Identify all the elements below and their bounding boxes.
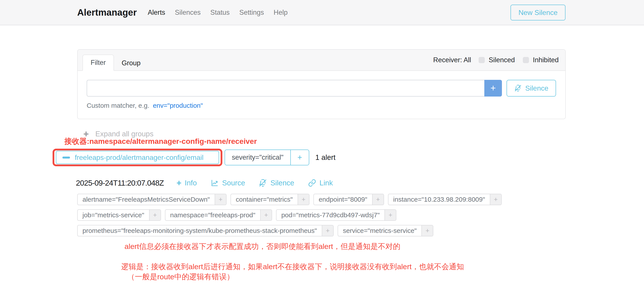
alert-action-source[interactable]: Source xyxy=(210,179,245,187)
nav-item-settings[interactable]: Settings xyxy=(239,8,264,16)
silence-button-label: Silence xyxy=(525,84,548,92)
page: Alertmanager AlertsSilencesStatusSetting… xyxy=(0,0,644,296)
label-chip-text: pod="metrics-77d9cdb497-wdsj7" xyxy=(276,210,384,220)
label-chip: container="metrics"+ xyxy=(230,194,310,205)
checkbox-label: Silenced xyxy=(489,56,515,64)
alert-action-silence[interactable]: Silence xyxy=(259,179,294,187)
group-matcher-chip: severity="critical" + xyxy=(224,150,309,165)
annotation-alert-note: alert信息必须在接收器下才表示配置成功，否则即使能看到alert，但是通知是… xyxy=(124,242,400,252)
alert-action-info[interactable]: +Info xyxy=(176,179,197,187)
bell-slash-icon xyxy=(514,84,522,92)
add-matcher-button[interactable]: + xyxy=(484,80,502,96)
filter-card: FilterGroup Receiver: All SilencedInhibi… xyxy=(77,49,566,119)
label-chip-row: alertname="FreeleapsMetricsServiceDown"+… xyxy=(77,194,502,205)
nav-item-status[interactable]: Status xyxy=(210,8,230,16)
label-chip: alertname="FreeleapsMetricsServiceDown"+ xyxy=(77,194,226,205)
label-chip-text: prometheus="freeleaps-monitoring-system/… xyxy=(78,226,322,236)
label-chip: pod="metrics-77d9cdb497-wdsj7"+ xyxy=(276,209,396,221)
receiver-group-row: freeleaps-prod/alertmanager-config/email… xyxy=(52,149,336,166)
label-chip-text: container="metrics" xyxy=(231,194,298,205)
add-label-filter-button[interactable]: + xyxy=(322,226,333,236)
alert-action-label: Source xyxy=(222,179,245,187)
checkbox-inhibited[interactable] xyxy=(523,57,529,63)
state-filter-checkboxes: SilencedInhibited xyxy=(478,56,559,64)
tab-filter[interactable]: Filter xyxy=(82,54,114,71)
receiver-group-name: freeleaps-prod/alertmanager-config/email xyxy=(75,154,204,162)
alert-action-label: Silence xyxy=(270,179,294,187)
alert-timestamp: 2025-09-24T11:20:07.048Z xyxy=(76,178,164,187)
alert-count: 1 alert xyxy=(316,153,336,162)
label-chip-text: endpoint="8009" xyxy=(314,194,372,205)
matcher-input-row: + Silence xyxy=(87,80,556,96)
alert-labels: alertname="FreeleapsMetricsServiceDown"+… xyxy=(77,194,502,240)
group-matcher-label: severity="critical" xyxy=(225,150,290,165)
nav-item-help[interactable]: Help xyxy=(274,8,288,16)
annotation-logic-note-line1: 逻辑是：接收器收到alert后进行通知，如果alert不在接收器下，说明接收器没… xyxy=(121,262,464,272)
checkbox-silenced[interactable] xyxy=(478,57,485,63)
label-chip-row: prometheus="freeleaps-monitoring-system/… xyxy=(77,225,502,236)
filter-tabs: FilterGroup xyxy=(82,50,148,71)
add-label-filter-button[interactable]: + xyxy=(215,194,226,205)
receiver-filter-label[interactable]: Receiver: All xyxy=(433,56,471,64)
add-label-filter-button[interactable]: + xyxy=(490,194,501,205)
label-chip: endpoint="8009"+ xyxy=(314,194,384,205)
add-label-filter-button[interactable]: + xyxy=(422,226,433,236)
nav-item-silences[interactable]: Silences xyxy=(175,8,200,16)
label-chip-text: namespace="freeleaps-prod" xyxy=(166,210,260,220)
plus-icon: + xyxy=(176,180,182,186)
label-chip: namespace="freeleaps-prod"+ xyxy=(165,209,272,221)
add-label-filter-button[interactable]: + xyxy=(384,210,396,220)
bell-slash-icon xyxy=(259,179,267,187)
minus-icon xyxy=(62,156,70,158)
annotation-receiver-note: 接收器:namespace/altermanager-config-name/r… xyxy=(64,136,257,146)
alert-actions: +InfoSourceSilenceLink xyxy=(176,179,333,187)
hint-text: Custom matcher, e.g. xyxy=(87,102,149,109)
checkbox-label: Inhibited xyxy=(533,56,559,64)
annotation-highlight-box: freeleaps-prod/alertmanager-config/email xyxy=(52,149,222,166)
link-icon xyxy=(308,179,316,187)
alert-header: 2025-09-24T11:20:07.048Z +InfoSourceSile… xyxy=(76,178,333,187)
new-silence-button[interactable]: New Silence xyxy=(510,4,566,20)
alert-action-link[interactable]: Link xyxy=(308,179,333,187)
label-chip-text: job="metrics-service" xyxy=(78,210,149,220)
add-group-matcher-button[interactable]: + xyxy=(290,150,309,165)
label-chip: job="metrics-service"+ xyxy=(77,209,161,221)
app-brand[interactable]: Alertmanager xyxy=(77,7,137,18)
add-label-filter-button[interactable]: + xyxy=(149,210,160,220)
receiver-group-toggle-button[interactable]: freeleaps-prod/alertmanager-config/email xyxy=(56,151,219,164)
checkbox-group-inhibited[interactable]: Inhibited xyxy=(523,56,559,64)
annotation-logic-note-line2: （一般是route中的逻辑有错误） xyxy=(127,272,234,282)
label-chip: instance="10.233.98.209:8009"+ xyxy=(388,194,502,205)
matcher-input[interactable] xyxy=(87,80,484,96)
filter-header-controls: Receiver: All SilencedInhibited xyxy=(433,50,559,70)
nav-item-alerts[interactable]: Alerts xyxy=(148,8,165,16)
label-chip-text: service="metrics-service" xyxy=(338,226,422,236)
label-chip-text: alertname="FreeleapsMetricsServiceDown" xyxy=(78,194,215,205)
alert-action-label: Info xyxy=(185,179,197,187)
matcher-hint: Custom matcher, e.g.env="production" xyxy=(87,102,556,109)
add-label-filter-button[interactable]: + xyxy=(372,194,384,205)
add-label-filter-button[interactable]: + xyxy=(298,194,309,205)
label-chip: prometheus="freeleaps-monitoring-system/… xyxy=(77,225,334,236)
add-label-filter-button[interactable]: + xyxy=(260,210,272,220)
nav-menu: AlertsSilencesStatusSettingsHelp xyxy=(148,8,288,16)
filter-card-header: FilterGroup Receiver: All SilencedInhibi… xyxy=(78,50,565,71)
chart-icon xyxy=(210,179,219,187)
label-chip-text: instance="10.233.98.209:8009" xyxy=(388,194,490,205)
tab-group[interactable]: Group xyxy=(114,56,148,71)
silence-from-filter-button[interactable]: Silence xyxy=(506,80,556,96)
filter-card-body: + Silence Custom matcher, e xyxy=(78,71,565,109)
label-chip: service="metrics-service"+ xyxy=(338,225,434,236)
label-chip-row: job="metrics-service"+namespace="freelea… xyxy=(77,209,502,221)
alert-action-label: Link xyxy=(320,179,333,187)
hint-example-link[interactable]: env="production" xyxy=(153,102,203,109)
checkbox-group-silenced[interactable]: Silenced xyxy=(478,56,515,64)
navbar: Alertmanager AlertsSilencesStatusSetting… xyxy=(0,0,644,25)
